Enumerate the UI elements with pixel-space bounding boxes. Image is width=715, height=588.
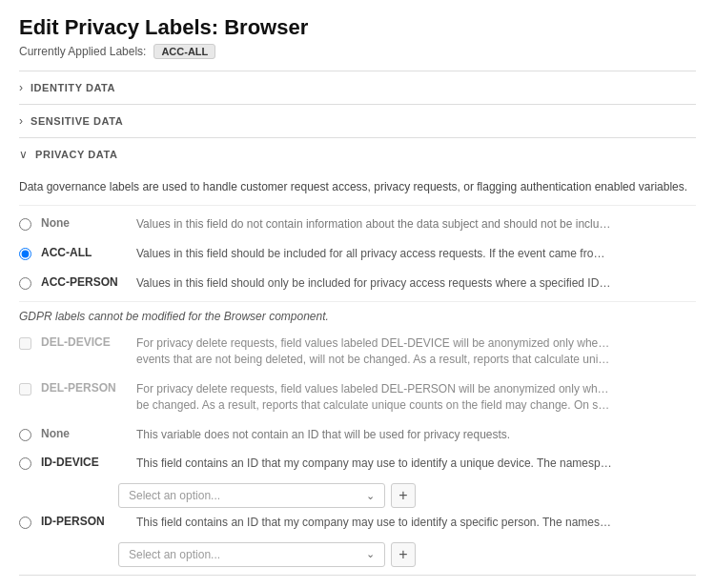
current-labels-row: Currently Applied Labels: ACC-ALL	[19, 44, 696, 59]
radio-acc-person-label[interactable]: ACC-PERSON	[41, 275, 127, 289]
id-device-add-button[interactable]: +	[391, 483, 416, 508]
sensitive-data-title: SENSITIVE DATA	[31, 115, 123, 127]
radio-id-none-input[interactable]	[19, 429, 31, 441]
id-person-chevron-down-icon: ⌄	[366, 548, 375, 560]
checkbox-del-person: DEL-PERSON For privacy delete requests, …	[19, 375, 696, 420]
checkbox-del-person-desc: For privacy delete requests, field value…	[136, 381, 613, 397]
radio-id-person: ID-PERSON This field contains an ID that…	[19, 508, 696, 537]
id-person-select-row: Select an option... ⌄ +	[118, 542, 696, 567]
plus-icon: +	[398, 487, 407, 504]
radio-none-desc: Values in this field do not contain info…	[136, 216, 613, 233]
radio-id-person-label[interactable]: ID-PERSON	[41, 515, 127, 528]
checkbox-del-person-input[interactable]	[19, 383, 31, 395]
radio-option-acc-all: ACC-ALL Values in this field should be i…	[19, 239, 696, 269]
checkbox-del-person-desc2: be changed. As a result, reports that ca…	[136, 397, 613, 414]
radio-acc-all-label[interactable]: ACC-ALL	[41, 246, 127, 259]
radio-id-none: None This variable does not contain an I…	[19, 420, 696, 450]
id-person-select[interactable]: Select an option... ⌄	[118, 542, 385, 567]
radio-acc-all-desc: Values in this field should be included …	[136, 246, 613, 262]
checkbox-del-person-desc-container: For privacy delete requests, field value…	[136, 381, 613, 414]
radio-id-none-label[interactable]: None	[41, 427, 127, 440]
chevron-right-icon-2: ›	[19, 114, 23, 128]
id-device-chevron-down-icon: ⌄	[366, 490, 375, 502]
radio-acc-person-desc: Values in this field should only be incl…	[136, 275, 613, 292]
radio-id-person-desc: This field contains an ID that my compan…	[136, 515, 613, 531]
section-header-identity-data[interactable]: › IDENTITY DATA	[19, 71, 696, 105]
id-person-add-button[interactable]: +	[391, 542, 416, 567]
radio-id-device-input[interactable]	[19, 457, 31, 470]
checkbox-del-device-input[interactable]	[19, 337, 31, 350]
id-person-select-text: Select an option...	[129, 548, 220, 561]
checkbox-del-device-desc-container: For privacy delete requests, field value…	[136, 335, 613, 368]
checkbox-del-device-desc: For privacy delete requests, field value…	[136, 335, 613, 352]
checkbox-del-device: DEL-DEVICE For privacy delete requests, …	[19, 329, 696, 375]
radio-none-label[interactable]: None	[41, 216, 127, 230]
radio-id-device-desc: This field contains an ID that my compan…	[136, 456, 613, 472]
plus-icon-2: +	[398, 546, 407, 563]
radio-id-person-input[interactable]	[19, 517, 31, 529]
radio-id-none-desc: This variable does not contain an ID tha…	[136, 427, 510, 443]
id-device-select-row: Select an option... ⌄ +	[118, 483, 696, 508]
identity-data-title: IDENTITY DATA	[31, 82, 115, 93]
section-header-sensitive-data[interactable]: › SENSITIVE DATA	[19, 105, 696, 138]
radio-id-device: ID-DEVICE This field contains an ID that…	[19, 449, 696, 478]
radio-none[interactable]	[19, 218, 31, 231]
checkbox-del-device-desc2: events that are not being deleted, will …	[136, 352, 613, 368]
section-header-privacy-data[interactable]: ∨ PRIVACY DATA	[19, 138, 696, 171]
chevron-down-icon: ∨	[19, 148, 28, 161]
privacy-description: Data governance labels are used to handl…	[19, 171, 696, 206]
chevron-right-icon: ›	[19, 81, 23, 94]
checkbox-del-person-label[interactable]: DEL-PERSON	[41, 381, 127, 395]
id-device-select[interactable]: Select an option... ⌄	[118, 483, 385, 508]
current-labels-label: Currently Applied Labels:	[19, 45, 146, 58]
checkbox-del-device-label[interactable]: DEL-DEVICE	[41, 335, 127, 349]
label-badge-acc-all: ACC-ALL	[153, 44, 215, 59]
radio-option-acc-person: ACC-PERSON Values in this field should o…	[19, 269, 696, 298]
gdpr-notice: GDPR labels cannot be modified for the B…	[19, 301, 696, 329]
section-privacy-data: ∨ PRIVACY DATA Data governance labels ar…	[19, 138, 696, 576]
id-device-select-text: Select an option...	[129, 489, 220, 502]
radio-acc-person[interactable]	[19, 277, 31, 290]
page-container: Edit Privacy Labels: Browser Currently A…	[0, 0, 715, 588]
radio-option-none: None Values in this field do not contain…	[19, 210, 696, 239]
privacy-data-title: PRIVACY DATA	[35, 149, 117, 160]
page-title: Edit Privacy Labels: Browser	[19, 15, 696, 40]
radio-id-device-label[interactable]: ID-DEVICE	[41, 456, 127, 469]
radio-acc-all[interactable]	[19, 248, 31, 260]
